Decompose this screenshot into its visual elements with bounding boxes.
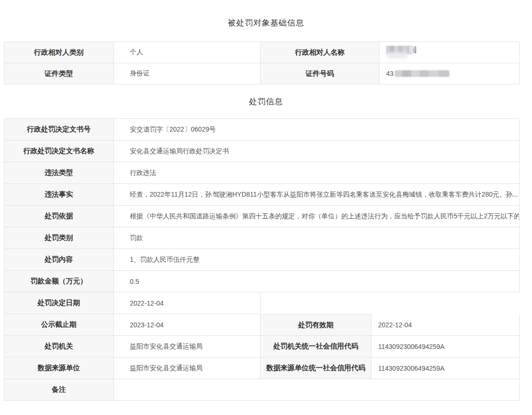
- value-decision-doc-name: 安化县交通运输局行政处罚决定书: [114, 141, 520, 162]
- value-penalty-authority: 益阳市安化县交通运输局: [114, 336, 261, 357]
- violation-fact-text-after: 驾驶湘HYD811小型客车从益阳市将张立新等四名乘客送至安化县梅城镇，收取乘客车…: [212, 191, 518, 199]
- label-authority-credit-code: 处罚机关统一社会信用代码: [261, 336, 372, 357]
- label-penalty-basis: 处罚依据: [4, 206, 114, 227]
- violation-fact-text-before: 经查，2022年11月12日，孙: [130, 191, 211, 199]
- value-counterpart-type: 个人: [114, 42, 261, 63]
- value-decision-date: 2022-12-04: [114, 292, 261, 314]
- value-decision-doc-number: 安交道罚字〔2022〕06029号: [114, 119, 520, 141]
- label-counterpart-name: 行政相对人名称: [261, 42, 380, 63]
- label-publicity-deadline: 公示截止期: [4, 314, 114, 336]
- label-penalty-category: 处罚类别: [4, 227, 114, 249]
- penalty-info-table: 行政处罚决定文书号 安交道罚字〔2022〕06029号 行政处罚决定文书名称 安…: [4, 118, 519, 401]
- label-fine-amount: 罚款金额（万元）: [4, 271, 114, 292]
- label-id-type: 证件类型: [4, 63, 114, 84]
- value-publicity-deadline: 2023-12-04: [114, 314, 261, 336]
- value-penalty-basis: 根据《中华人民共和国道路运输条例》第四十五条的规定，对你（单位）的上述违法行为，…: [114, 206, 520, 227]
- id-number-prefix: 43: [386, 70, 394, 77]
- masked-name: 国: [386, 45, 417, 59]
- label-data-source-unit: 数据来源单位: [4, 357, 114, 379]
- label-decision-date: 处罚决定日期: [4, 292, 114, 314]
- label-counterpart-type: 行政相对人类别: [4, 42, 114, 63]
- privacy-blur-mask: [395, 70, 449, 77]
- label-decision-doc-number: 行政处罚决定文书号: [4, 119, 114, 141]
- value-data-source-credit-code: 11430923006494259A: [372, 357, 520, 379]
- label-remarks: 备注: [4, 379, 114, 401]
- value-penalty-category: 罚款: [114, 227, 520, 249]
- label-penalty-authority: 处罚机关: [4, 336, 114, 357]
- value-violation-fact: 经查，2022年11月12日，孙驾驶湘HYD811小型客车从益阳市将张立新等四名…: [114, 184, 520, 206]
- value-authority-credit-code: 11430923006494259A: [372, 336, 520, 357]
- basic-info-table: 行政相对人类别 个人 行政相对人名称 国 证件类型 身份证 证件号码 43: [4, 42, 519, 84]
- value-id-type: 身份证: [114, 63, 261, 84]
- label-violation-fact: 违法事实: [4, 184, 114, 206]
- label-violation-type: 违法类型: [4, 162, 114, 184]
- value-data-source-unit: 益阳市安化县交通运输局: [114, 357, 261, 379]
- penalty-info-title: 处罚信息: [0, 96, 532, 107]
- value-penalty-content: 1、罚款人民币伍仟元整: [114, 249, 520, 271]
- value-violation-type: 行政违法: [114, 162, 520, 184]
- value-fine-amount: 0.5: [114, 271, 520, 292]
- value-id-number: 43: [380, 63, 520, 84]
- label-id-number: 证件号码: [261, 63, 380, 84]
- value-remarks: [114, 379, 520, 401]
- label-penalty-content: 处罚内容: [4, 249, 114, 271]
- value-counterpart-name: 国: [380, 42, 520, 63]
- value-penalty-validity: 2022-12-04: [372, 314, 520, 336]
- label-penalty-validity: 处罚有效期: [261, 314, 372, 336]
- label-decision-doc-name: 行政处罚决定文书名称: [4, 141, 114, 162]
- privacy-blur-mask: [386, 46, 413, 54]
- label-data-source-credit-code: 数据来源单位统一社会信用代码: [261, 357, 372, 379]
- empty-cell: [261, 292, 520, 314]
- basic-info-title: 被处罚对象基础信息: [0, 0, 532, 28]
- masked-name-visible-char: 国: [410, 46, 417, 54]
